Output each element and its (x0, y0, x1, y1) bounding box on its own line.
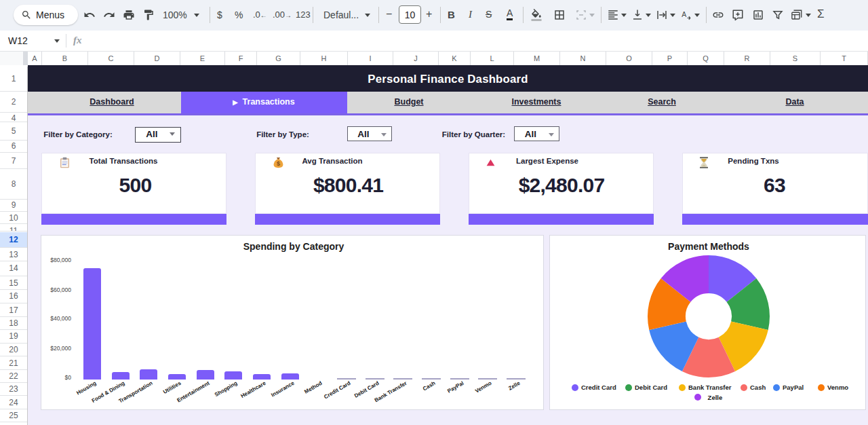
svg-text:A: A (682, 10, 686, 18)
